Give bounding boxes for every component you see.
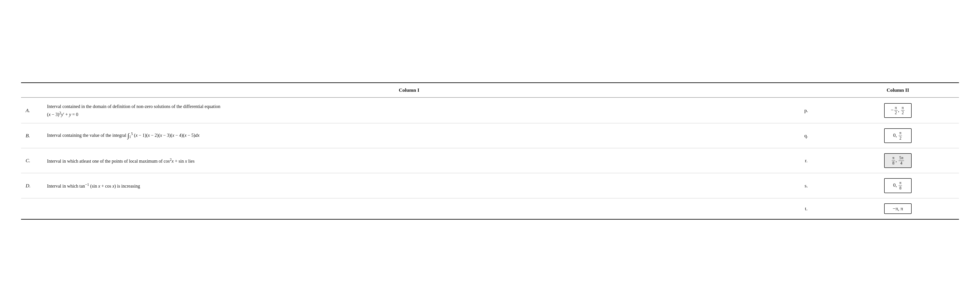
row-a-label: A. (21, 97, 42, 123)
row-c-content: Interval in which atleast one of the poi… (42, 148, 775, 173)
col1-header: Column I (42, 83, 775, 98)
row-t-col2-letter: t. (776, 198, 837, 219)
row-t-content-empty (42, 198, 775, 219)
row-c-col2-letter: r. (776, 148, 837, 173)
row-d-col2-formula: 0, π8 (837, 173, 959, 198)
formula-q: 0, π2 (884, 128, 912, 143)
row-d-col2-letter: s. (776, 173, 837, 198)
row-b-col2-letter: q. (776, 123, 837, 148)
col-empty-header (21, 83, 42, 98)
row-d-label: D. (21, 173, 42, 198)
formula-r: π8, 5π4 (884, 153, 912, 168)
row-c-col2-formula: π8, 5π4 (837, 148, 959, 173)
matching-table: Column I Column II A. Interval contained… (21, 83, 959, 219)
row-c-label: C. (21, 148, 42, 173)
col2-letter-header (776, 83, 837, 98)
table-row: D. Interval in which tan−1 (sin x + cos … (21, 173, 959, 198)
row-t-label-empty (21, 198, 42, 219)
table-row: B. Interval containing the value of the … (21, 123, 959, 148)
row-t-col2-formula: −π, π (837, 198, 959, 219)
table-row: t. −π, π (21, 198, 959, 219)
row-a-content: Interval contained in the domain of defi… (42, 97, 775, 123)
row-a-col2-letter: p. (776, 97, 837, 123)
row-a-col2-formula: −π2, π2 (837, 97, 959, 123)
main-container: Column I Column II A. Interval contained… (21, 83, 959, 219)
row-b-col2-formula: 0, π2 (837, 123, 959, 148)
row-b-label: B. (21, 123, 42, 148)
table-header-row: Column I Column II (21, 83, 959, 98)
table-row: C. Interval in which atleast one of the … (21, 148, 959, 173)
row-b-content: Interval containing the value of the int… (42, 123, 775, 148)
table-row: A. Interval contained in the domain of d… (21, 97, 959, 123)
formula-s: 0, π8 (884, 178, 912, 193)
col2-header: Column II (837, 83, 959, 98)
formula-t: −π, π (884, 203, 912, 214)
row-d-content: Interval in which tan−1 (sin x + cos x) … (42, 173, 775, 198)
formula-p: −π2, π2 (884, 103, 912, 118)
